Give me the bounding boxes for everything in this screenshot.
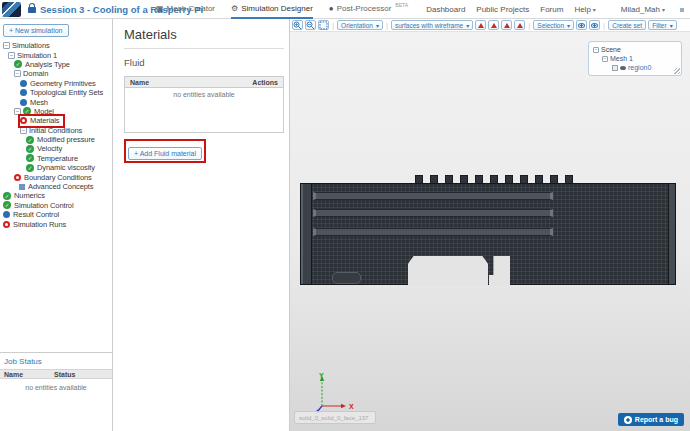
zoom-out-button[interactable] — [305, 20, 316, 30]
tree-item-simulations[interactable]: −Simulations — [3, 41, 50, 50]
fit-view-button[interactable] — [318, 20, 329, 30]
simscale-logo-icon[interactable] — [2, 2, 21, 17]
caret-down-icon: ▾ — [662, 6, 665, 13]
viewport-3d[interactable]: − Scene − Mesh 1 region0 Y — [290, 32, 690, 431]
nav-dashboard[interactable]: Dashboard — [426, 5, 465, 14]
mesh-vent-slot — [313, 228, 553, 236]
check-icon: ✓ — [23, 107, 31, 115]
nav-public-projects[interactable]: Public Projects — [476, 5, 529, 14]
tree-item-numerics[interactable]: ✓Numerics — [3, 191, 45, 200]
checkbox-icon[interactable] — [612, 65, 618, 71]
tree-item-label: Simulation 1 — [17, 51, 57, 60]
dot-icon — [20, 80, 27, 87]
red-face-tool-icon — [478, 23, 484, 28]
filter-dropdown[interactable]: Filter — [648, 20, 676, 30]
hide-selection-button[interactable] — [589, 20, 600, 30]
column-name: Name — [130, 79, 149, 86]
toolbar-separator: | — [332, 21, 334, 30]
zoom-in-button[interactable] — [292, 20, 303, 30]
tree-item-label: Simulations — [12, 41, 50, 50]
tree-item-simulation-control[interactable]: ✓Simulation Control — [3, 201, 73, 210]
show-all-faces-button[interactable] — [514, 20, 525, 30]
tree-item-model[interactable]: −✓Model — [14, 107, 54, 116]
mesh-left-edge — [300, 183, 312, 285]
show-faces-button[interactable] — [488, 20, 499, 30]
dropdown-label: Selection — [537, 22, 564, 29]
tree-item-simulation-1[interactable]: −Simulation 1 — [8, 50, 57, 59]
column-status: Status — [54, 371, 112, 378]
tree-item-temperature[interactable]: ✓Temperature — [26, 154, 78, 163]
tree-item-velocity[interactable]: ✓Velocity — [26, 144, 62, 153]
tree-item-label: Advanced Concepts — [28, 182, 93, 191]
tree-item-domain[interactable]: −Domain — [14, 69, 48, 78]
beta-badge: BETA — [395, 2, 408, 8]
nav-help-menu[interactable]: Help▾ — [574, 5, 595, 14]
tab-post-processor[interactable]: ● Post-Processor BETA — [329, 0, 408, 19]
new-simulation-button[interactable]: + New simulation — [3, 24, 69, 37]
hide-faces-button[interactable] — [475, 20, 486, 30]
add-fluid-material-button[interactable]: + Add Fluid material — [128, 147, 202, 160]
collapse-icon: − — [20, 127, 27, 134]
tab-label: Post-Processor — [337, 4, 392, 13]
user-menu[interactable]: Milad_Mah▾ — [621, 5, 665, 14]
render-mode-dropdown[interactable]: surfaces with wireframe — [391, 20, 473, 30]
red-face-tool-icon — [491, 23, 497, 28]
collapse-icon[interactable]: − — [602, 56, 608, 62]
eye-icon[interactable] — [620, 66, 626, 70]
tree-item-dynamic-viscosity[interactable]: ✓Dynamic viscosity — [26, 163, 95, 172]
tree-item-initial-conditions[interactable]: −Initial Conditions — [20, 126, 82, 135]
show-hidden-button[interactable] — [576, 20, 587, 30]
collapse-icon: − — [14, 70, 21, 77]
scene-root-item[interactable]: − Scene — [593, 45, 678, 54]
tree-item-label: Result Control — [13, 210, 59, 219]
tree-item-simulation-runs[interactable]: Simulation Runs — [3, 219, 66, 228]
scene-mesh-item[interactable]: − Mesh 1 — [593, 54, 678, 63]
scene-region-item[interactable]: region0 — [593, 63, 678, 72]
column-name: Name — [0, 371, 54, 378]
tab-label: Simulation Designer — [241, 4, 313, 13]
eye-icon — [578, 23, 585, 28]
mesh-hdmi-notch — [408, 256, 488, 286]
fluid-section-label: Fluid — [124, 57, 284, 68]
tree-item-label: Materials — [30, 116, 60, 125]
tree-item-materials[interactable]: Materials — [20, 116, 63, 125]
collapse-icon[interactable]: − — [593, 47, 599, 53]
dot-icon — [20, 99, 27, 106]
isolate-faces-button[interactable] — [501, 20, 512, 30]
axis-y-label: Y — [319, 372, 324, 379]
tree-item-topological-entity-sets[interactable]: Topological Entity Sets — [20, 88, 103, 97]
collapse-icon: − — [14, 108, 21, 115]
apps-icon[interactable] — [680, 8, 684, 12]
tree-item-geometry-primitives[interactable]: Geometry Primitives — [20, 79, 96, 88]
tree-item-mesh[interactable]: Mesh — [20, 97, 48, 106]
toolbar-separator: | — [603, 21, 605, 30]
red-icon — [14, 174, 21, 181]
report-bug-button[interactable]: Report a bug — [618, 413, 684, 426]
tree-item-modified-pressure[interactable]: ✓Modified pressure — [26, 135, 95, 144]
create-set-button[interactable]: Create set — [608, 20, 646, 30]
table-header: Name Actions — [125, 77, 283, 88]
dropdown-label: Orientation — [341, 22, 373, 29]
tree-item-label: Geometry Primitives — [30, 79, 96, 88]
tab-mesh-creator[interactable]: ▦ Mesh Creator — [156, 0, 215, 19]
scene-tree-panel[interactable]: − Scene − Mesh 1 region0 — [588, 41, 682, 76]
tab-simulation-designer[interactable]: ⚙ Simulation Designer — [231, 0, 313, 19]
tree-item-result-control[interactable]: Result Control — [3, 210, 59, 219]
main-tabs: ▦ Mesh Creator ⚙ Simulation Designer ● P… — [156, 0, 408, 19]
zoom-out-icon — [306, 21, 315, 30]
orientation-dropdown[interactable]: Orientation — [337, 20, 383, 30]
tree-item-advanced-concepts[interactable]: Advanced Concepts — [18, 182, 93, 191]
selection-dropdown[interactable]: Selection — [533, 20, 574, 30]
bug-icon — [624, 416, 632, 424]
fit-view-icon — [319, 21, 328, 30]
tree-item-analysis-type[interactable]: ✓Analysis Type — [14, 60, 70, 69]
mesh-right-edge — [668, 183, 676, 285]
viewer-panel: | Orientation | surfaces with wireframe … — [290, 19, 690, 431]
axis-x-label: X — [349, 403, 354, 410]
button-label: Report a bug — [635, 416, 678, 423]
mesh-label: Mesh 1 — [610, 55, 633, 62]
resize-handle-icon[interactable] — [674, 68, 680, 74]
username-label: Milad_Mah — [621, 5, 660, 14]
tree-item-boundary-conditions[interactable]: Boundary Conditions — [14, 172, 92, 181]
nav-forum[interactable]: Forum — [540, 5, 563, 14]
